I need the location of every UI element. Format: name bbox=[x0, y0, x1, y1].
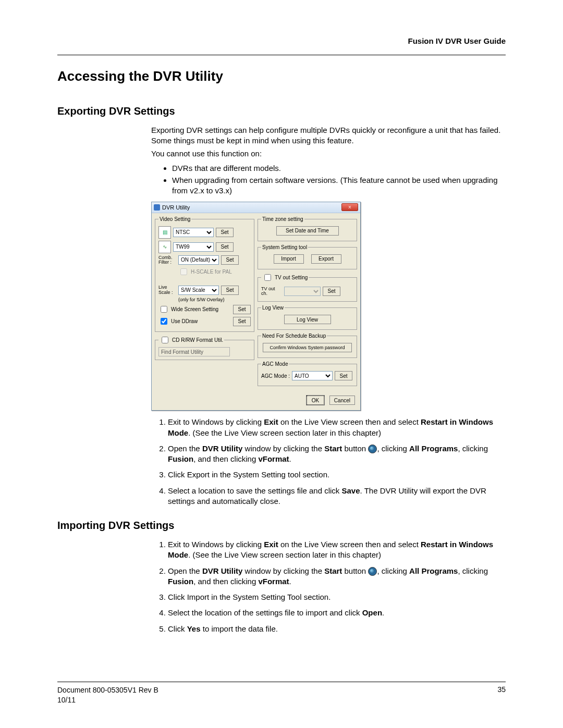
live-scale-note: (only for S/W Overlay) bbox=[178, 297, 251, 302]
timezone-legend: Time zone setting bbox=[261, 216, 304, 222]
doc-title: Fusion IV DVR User Guide bbox=[57, 36, 506, 45]
import-step-2: 2. Open the DVR Utility window by clicki… bbox=[168, 566, 506, 587]
logview-group: Log View Log View bbox=[258, 305, 357, 330]
tw99-select[interactable]: TW99 bbox=[173, 242, 214, 252]
tw99-set-button[interactable]: Set bbox=[216, 242, 234, 252]
close-button[interactable]: X bbox=[341, 203, 358, 211]
wide-set-button[interactable]: Set bbox=[233, 305, 251, 314]
set-date-time-button[interactable]: Set Date and Time bbox=[276, 226, 339, 236]
live-scale-label: Live Scale : bbox=[158, 285, 176, 295]
app-icon bbox=[154, 204, 160, 211]
ntsc-set-button[interactable]: Set bbox=[216, 228, 234, 237]
ok-button[interactable]: OK bbox=[307, 396, 324, 405]
start-button-icon bbox=[368, 445, 377, 453]
schedule-backup-group: Need For Schedule Backup Confirm Windows… bbox=[258, 333, 357, 358]
system-setting-group: System Setting tool Import Export bbox=[258, 244, 357, 269]
cd-legend: CD R/RW Format Util. bbox=[172, 337, 223, 343]
footer-page-number: 35 bbox=[497, 685, 506, 705]
ddraw-set-button[interactable]: Set bbox=[233, 317, 251, 326]
video-setting-legend: Video Setting bbox=[158, 216, 191, 222]
live-scale-select[interactable]: S/W Scale bbox=[178, 286, 219, 295]
import-button[interactable]: Import bbox=[274, 254, 304, 264]
export-step-2: Open the DVR Utility window by clicking … bbox=[168, 443, 506, 465]
import-steps: Exit to Windows by clicking Exit on the … bbox=[151, 539, 506, 634]
start-button-icon bbox=[368, 567, 377, 576]
agc-group: AGC Mode AGC Mode : AUTO Set bbox=[258, 361, 357, 386]
footer-doc-id: Document 800-05305V1 Rev B bbox=[57, 685, 158, 695]
tvout-select bbox=[284, 287, 321, 296]
import-step-4: Select the location of the settings file… bbox=[168, 608, 506, 618]
export-steps: Exit to Windows by clicking Exit on the … bbox=[151, 417, 506, 507]
hscale-label: H-SCALE for PAL bbox=[191, 269, 232, 275]
tw99-icon: ∿ bbox=[158, 241, 171, 253]
wide-screen-checkbox[interactable] bbox=[161, 306, 167, 313]
dialog-title: DVR Utility bbox=[162, 204, 190, 211]
agc-select[interactable]: AUTO bbox=[292, 371, 333, 380]
schedule-backup-legend: Need For Schedule Backup bbox=[261, 333, 327, 339]
page-footer: Document 800-05305V1 Rev B 10/11 35 bbox=[57, 682, 506, 705]
tvout-enable-checkbox[interactable] bbox=[264, 274, 271, 281]
cd-format-group: CD R/RW Format Util. bbox=[155, 335, 254, 360]
agc-legend: AGC Mode bbox=[261, 361, 289, 367]
ddraw-label: Use DDraw bbox=[171, 318, 198, 324]
system-setting-legend: System Setting tool bbox=[261, 244, 308, 250]
ntsc-icon: ▤ bbox=[158, 226, 171, 239]
logview-legend: Log View bbox=[261, 305, 285, 311]
export-button[interactable]: Export bbox=[311, 254, 341, 264]
footer-date: 10/11 bbox=[57, 695, 158, 705]
tvout-set-button[interactable]: Set bbox=[323, 287, 340, 296]
dialog-titlebar: DVR Utility X bbox=[152, 202, 360, 213]
export-bullet-2: When upgrading from certain software ver… bbox=[172, 175, 506, 196]
cd-path-field bbox=[158, 347, 230, 356]
confirm-password-button[interactable]: Confirm Windows System password bbox=[263, 343, 351, 352]
cd-enable-checkbox[interactable] bbox=[162, 337, 168, 343]
wide-screen-label: Wide Screen Setting bbox=[171, 306, 218, 312]
import-step-3: Click Import in the System Setting Tool … bbox=[168, 592, 506, 602]
export-step-4: Select a location to save the settings f… bbox=[168, 486, 506, 507]
export-intro-1: Exporting DVR settings can help configur… bbox=[151, 125, 506, 146]
logview-button[interactable]: Log View bbox=[284, 315, 331, 324]
cancel-button[interactable]: Cancel bbox=[329, 396, 355, 405]
comb-filter-select[interactable]: ON (Default) bbox=[178, 255, 219, 265]
agc-set-button[interactable]: Set bbox=[335, 371, 352, 380]
tvout-label: TV out ch. bbox=[261, 287, 282, 297]
heading-importing: Importing DVR Settings bbox=[57, 520, 506, 532]
import-step-5: Click Yes to import the data file. bbox=[168, 624, 506, 634]
dvr-utility-dialog: DVR Utility X Video Setting ▤ NTSC Set ∿… bbox=[151, 202, 361, 411]
export-step-1: Exit to Windows by clicking Exit on the … bbox=[168, 417, 506, 438]
tvout-group: TV out Setting TV out ch. Set bbox=[258, 273, 357, 302]
timezone-group: Time zone setting Set Date and Time bbox=[258, 216, 357, 241]
comb-filter-label: Comb. Filter : bbox=[158, 255, 176, 265]
import-step-1: Exit to Windows by clicking Exit on the … bbox=[168, 539, 506, 561]
comb-set-button[interactable]: Set bbox=[221, 255, 239, 265]
heading-accessing: Accessing the DVR Utility bbox=[57, 68, 506, 84]
live-set-button[interactable]: Set bbox=[221, 286, 239, 295]
rule-top bbox=[57, 55, 506, 55]
agc-label: AGC Mode : bbox=[261, 373, 290, 379]
export-bullet-1: DVRs that are different models. bbox=[172, 163, 506, 174]
ddraw-checkbox[interactable] bbox=[161, 318, 167, 325]
tvout-legend: TV out Setting bbox=[275, 275, 308, 280]
hscale-checkbox bbox=[180, 268, 187, 275]
export-intro-2: You cannot use this function on: bbox=[151, 149, 506, 159]
video-setting-group: Video Setting ▤ NTSC Set ∿ TW99 Set Comb… bbox=[155, 216, 254, 332]
export-step-3: Click Export in the System Setting tool … bbox=[168, 470, 506, 480]
heading-exporting: Exporting DVR Settings bbox=[57, 105, 506, 117]
ntsc-select[interactable]: NTSC bbox=[173, 228, 214, 237]
